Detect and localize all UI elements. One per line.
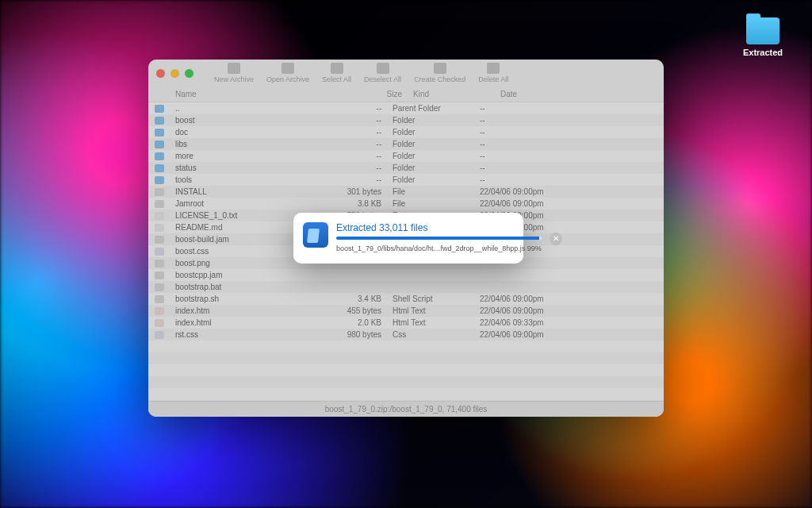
css-icon xyxy=(155,248,164,256)
close-icon: ✕ xyxy=(553,235,559,243)
file-icon xyxy=(155,283,164,291)
toolbar-icon xyxy=(434,63,446,74)
file-size: 3.8 KB xyxy=(321,199,393,208)
table-row[interactable]: more--Folder-- xyxy=(148,150,664,162)
file-icon xyxy=(155,188,164,196)
zoom-window-button[interactable] xyxy=(185,69,193,78)
progress-title: Extracted 33,011 files xyxy=(336,222,542,233)
file-date: -- xyxy=(480,175,657,184)
table-row[interactable]: index.htm455 bytesHtml Text22/04/06 09:0… xyxy=(148,305,664,317)
table-row[interactable]: status--Folder-- xyxy=(148,162,664,174)
file-size: -- xyxy=(321,164,393,172)
html-icon xyxy=(155,319,164,327)
file-size: -- xyxy=(321,128,393,137)
file-date: 22/04/06 09:00pm xyxy=(480,330,657,339)
toolbar-delete-all[interactable]: Delete All xyxy=(473,63,513,83)
file-kind: Folder xyxy=(393,152,480,160)
col-name[interactable]: Name xyxy=(175,90,342,98)
file-name: index.html xyxy=(175,318,321,327)
col-kind[interactable]: Kind xyxy=(413,90,500,98)
file-kind: Folder xyxy=(393,175,480,184)
file-date: -- xyxy=(480,152,657,160)
toolbar-icon xyxy=(228,63,240,74)
folder-icon xyxy=(155,152,164,160)
css-icon xyxy=(155,331,164,339)
folder-icon xyxy=(746,17,779,44)
file-size: 980 bytes xyxy=(321,330,393,339)
desktop-folder-label: Extracted xyxy=(741,48,785,57)
file-name: doc xyxy=(175,128,321,137)
file-size: 455 bytes xyxy=(321,306,393,315)
table-row[interactable]: index.html2.0 KBHtml Text22/04/06 09:33p… xyxy=(148,317,664,329)
file-kind: Folder xyxy=(393,116,480,125)
file-name: boostcpp.jam xyxy=(175,271,321,279)
table-row[interactable]: boost--Folder-- xyxy=(148,114,664,126)
file-name: status xyxy=(175,164,321,172)
folder-icon xyxy=(155,164,164,172)
table-row-empty xyxy=(148,352,664,364)
file-kind: File xyxy=(393,199,480,208)
file-kind: Parent Folder xyxy=(393,104,480,113)
folder-icon xyxy=(155,129,164,137)
toolbar-icon xyxy=(282,63,294,74)
file-date: -- xyxy=(480,116,657,125)
file-size: 2.0 KB xyxy=(321,318,393,327)
toolbar-icon xyxy=(377,63,389,74)
toolbar-icon xyxy=(331,63,343,74)
minimize-window-button[interactable] xyxy=(170,69,179,78)
window-titlebar: New ArchiveOpen ArchiveSelect AllDeselec… xyxy=(148,60,664,87)
table-row[interactable]: ..--Parent Folder-- xyxy=(148,102,664,114)
file-size: -- xyxy=(321,175,393,184)
desktop-folder-extracted[interactable]: Extracted xyxy=(741,17,785,57)
file-kind: Html Text xyxy=(393,306,480,315)
cancel-button[interactable]: ✕ xyxy=(550,233,562,245)
file-name: tools xyxy=(175,175,321,184)
table-row[interactable]: Jamroot3.8 KBFile22/04/06 09:00pm xyxy=(148,198,664,210)
table-row[interactable]: tools--Folder-- xyxy=(148,174,664,186)
file-name: index.htm xyxy=(175,306,321,315)
file-kind: Css xyxy=(393,330,480,339)
table-row[interactable]: INSTALL301 bytesFile22/04/06 09:00pm xyxy=(148,186,664,198)
app-icon xyxy=(303,222,328,248)
file-icon xyxy=(155,200,164,208)
table-row[interactable]: doc--Folder-- xyxy=(148,126,664,138)
file-name: INSTALL xyxy=(175,187,321,196)
file-date: 22/04/06 09:00pm xyxy=(480,306,657,315)
table-row-empty xyxy=(148,376,664,388)
status-text: boost_1_79_0.zip:/boost_1_79_0, 71,400 f… xyxy=(325,405,488,414)
table-row[interactable]: bootstrap.bat xyxy=(148,281,664,293)
toolbar-deselect-all[interactable]: Deselect All xyxy=(359,63,406,83)
toolbar-select-all[interactable]: Select All xyxy=(317,63,356,83)
toolbar-create-checked[interactable]: Create Checked xyxy=(409,63,470,83)
file-date: -- xyxy=(480,128,657,137)
table-row[interactable]: rst.css980 bytesCss22/04/06 09:00pm xyxy=(148,329,664,341)
folder-icon xyxy=(155,117,164,125)
file-size: -- xyxy=(321,140,393,148)
file-name: .. xyxy=(175,104,321,113)
table-row[interactable]: bootstrap.sh3.4 KBShell Script22/04/06 0… xyxy=(148,293,664,305)
folder-icon xyxy=(155,105,164,113)
file-date: 22/04/06 09:33pm xyxy=(480,318,657,327)
html-icon xyxy=(155,307,164,315)
col-date[interactable]: Date xyxy=(500,90,654,98)
file-name: libs xyxy=(175,140,321,148)
file-date: -- xyxy=(480,140,657,148)
file-size: 3.4 KB xyxy=(321,294,393,303)
table-row-empty xyxy=(148,364,664,376)
file-icon xyxy=(155,295,164,303)
file-name: more xyxy=(175,152,321,160)
file-size: 301 bytes xyxy=(321,187,393,196)
progress-bar-fill xyxy=(336,237,539,240)
file-date: 22/04/06 09:00pm xyxy=(480,199,657,208)
file-size: -- xyxy=(321,116,393,125)
table-row[interactable]: libs--Folder-- xyxy=(148,138,664,150)
table-row-empty xyxy=(148,341,664,352)
file-kind: Shell Script xyxy=(393,294,480,303)
toolbar-new-archive[interactable]: New Archive xyxy=(209,63,259,83)
col-size[interactable]: Size xyxy=(342,90,413,98)
file-name: bootstrap.sh xyxy=(175,294,321,303)
close-window-button[interactable] xyxy=(156,69,165,78)
toolbar-open-archive[interactable]: Open Archive xyxy=(262,63,314,83)
file-name: Jamroot xyxy=(175,199,321,208)
table-row[interactable]: boostcpp.jam xyxy=(148,269,664,281)
